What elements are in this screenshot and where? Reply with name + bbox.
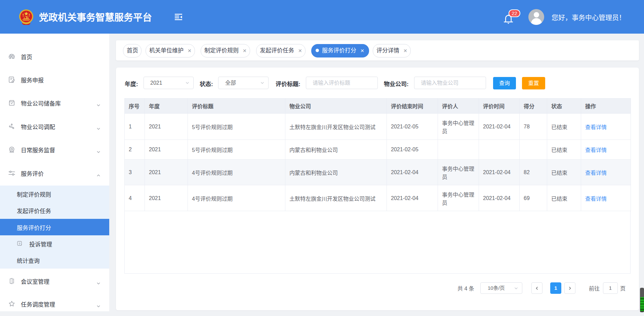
svg-text:?: ?	[18, 242, 21, 245]
